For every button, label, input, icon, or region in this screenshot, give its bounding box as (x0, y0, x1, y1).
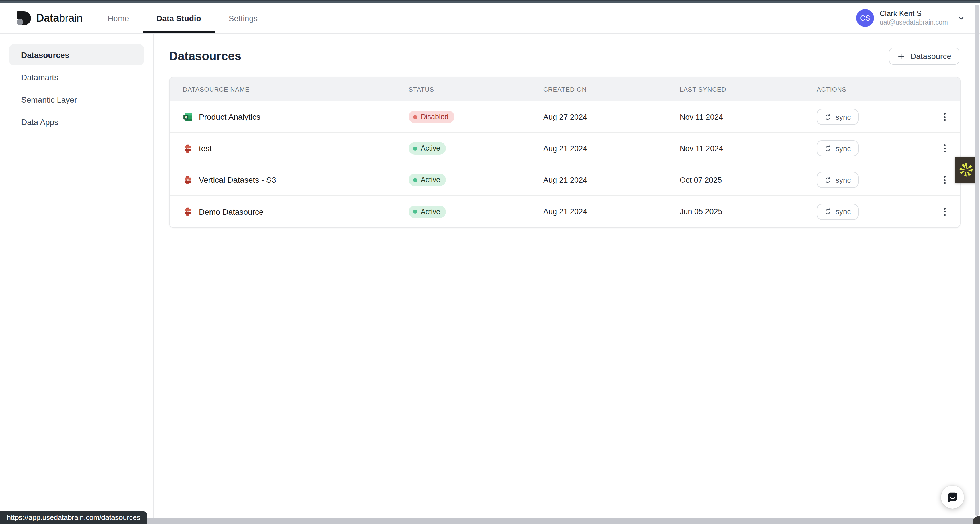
col-header-created-on: CREATED ON (543, 86, 680, 92)
datasource-name-cell: X test (183, 143, 409, 153)
primary-nav: Home Data Studio Settings (94, 3, 271, 33)
database-red-icon (183, 175, 192, 185)
status-dot-icon (413, 210, 417, 214)
plus-icon (897, 52, 906, 60)
databrain-logo-icon (16, 11, 31, 25)
created-on-value: Aug 27 2024 (543, 113, 680, 121)
table-row[interactable]: X Demo Datasource Active Aug 21 2024 Jun… (170, 196, 960, 227)
refresh-icon (824, 113, 832, 121)
add-datasource-button[interactable]: Datasource (889, 48, 959, 65)
last-synced-value: Nov 11 2024 (680, 144, 817, 152)
user-email: uat@usedatabrain.com (880, 19, 948, 27)
main-content: Datasources Datasource DATASOURCE NAME S… (154, 34, 980, 524)
status-badge: Disabled (409, 111, 454, 123)
sidebar: Datasources Datamarts Semantic Layer Dat… (0, 34, 154, 524)
col-header-last-synced: LAST SYNCED (680, 86, 817, 92)
created-on-value: Aug 21 2024 (543, 176, 680, 184)
col-header-status: STATUS (409, 86, 543, 92)
sync-button[interactable]: sync (817, 172, 858, 188)
sync-button[interactable]: sync (817, 203, 858, 220)
last-synced-value: Jun 05 2025 (680, 207, 817, 216)
chevron-down-icon (957, 14, 965, 22)
actions-cell: sync (817, 109, 960, 125)
status-dot-icon (413, 146, 417, 150)
sidebar-item-data-apps[interactable]: Data Apps (9, 111, 144, 132)
refresh-icon (824, 208, 832, 215)
window-top-strip (0, 0, 980, 3)
vertical-scrollbar[interactable] (975, 5, 979, 516)
avatar: CS (856, 9, 874, 27)
sync-button[interactable]: sync (817, 109, 858, 125)
sidebar-item-datasources[interactable]: Datasources (9, 44, 144, 65)
excel-icon: X (183, 112, 192, 122)
table-row[interactable]: X test Active Aug 21 2024 Nov 11 2024 sy… (170, 133, 960, 164)
nav-tab-home[interactable]: Home (94, 3, 143, 33)
nav-tab-settings[interactable]: Settings (215, 3, 271, 33)
datasource-name: Vertical Datasets - S3 (199, 175, 276, 184)
actions-cell: sync (817, 203, 960, 220)
user-menu[interactable]: CS Clark Kent S uat@usedatabrain.com (856, 3, 965, 33)
datasource-name-cell: X Product Analytics (183, 112, 409, 122)
sync-button[interactable]: sync (817, 140, 858, 156)
row-menu-kebab-icon[interactable] (938, 110, 951, 124)
col-header-datasource-name: DATASOURCE NAME (183, 86, 409, 92)
refresh-icon (824, 176, 832, 184)
datasource-name: Product Analytics (199, 112, 261, 121)
sidebar-item-semantic-layer[interactable]: Semantic Layer (9, 89, 144, 110)
status-dot-icon (413, 178, 417, 182)
user-name: Clark Kent S (880, 9, 948, 19)
actions-cell: sync (817, 140, 960, 156)
brand-name: Databrain (36, 12, 82, 24)
datasources-table: DATASOURCE NAME STATUS CREATED ON LAST S… (169, 77, 961, 228)
status-badge: Active (409, 205, 446, 218)
datasource-name: Demo Datasource (199, 207, 264, 216)
created-on-value: Aug 21 2024 (543, 207, 680, 216)
row-menu-kebab-icon[interactable] (938, 204, 951, 219)
datasource-name-cell: X Demo Datasource (183, 207, 409, 216)
nav-tab-data-studio[interactable]: Data Studio (143, 3, 215, 33)
chat-launcher-button[interactable] (941, 486, 964, 508)
database-red-icon (183, 207, 192, 216)
table-row[interactable]: X Product Analytics Disabled Aug 27 2024… (170, 102, 960, 133)
chat-bubble-icon (946, 491, 959, 504)
app-window: Databrain Home Data Studio Settings CS C… (0, 0, 980, 524)
last-synced-value: Nov 11 2024 (680, 113, 817, 121)
last-synced-value: Oct 07 2025 (680, 176, 817, 184)
page-title: Datasources (169, 49, 241, 63)
status-dot-icon (413, 115, 417, 119)
table-header-row: DATASOURCE NAME STATUS CREATED ON LAST S… (170, 77, 960, 102)
datasource-name-cell: X Vertical Datasets - S3 (183, 175, 409, 185)
user-info: Clark Kent S uat@usedatabrain.com (880, 9, 948, 27)
svg-text:X: X (185, 115, 187, 119)
row-menu-kebab-icon[interactable] (938, 141, 951, 156)
brand-logo[interactable]: Databrain (16, 3, 82, 33)
status-badge: Active (409, 173, 446, 186)
starburst-icon (958, 162, 974, 178)
top-navbar: Databrain Home Data Studio Settings CS C… (0, 3, 980, 34)
col-header-actions: ACTIONS (817, 86, 960, 92)
actions-cell: sync (817, 172, 960, 188)
row-menu-kebab-icon[interactable] (938, 172, 951, 187)
status-bar-url: https://app.usedatabrain.com/datasources (0, 511, 147, 524)
created-on-value: Aug 21 2024 (543, 144, 680, 152)
database-red-icon (183, 143, 192, 153)
status-badge: Active (409, 142, 446, 155)
add-datasource-label: Datasource (910, 52, 951, 61)
browser-extension-widget[interactable] (955, 157, 977, 183)
refresh-icon (824, 144, 832, 152)
table-row[interactable]: X Vertical Datasets - S3 Active Aug 21 2… (170, 164, 960, 196)
datasource-name: test (199, 144, 212, 153)
sidebar-item-datamarts[interactable]: Datamarts (9, 67, 144, 87)
